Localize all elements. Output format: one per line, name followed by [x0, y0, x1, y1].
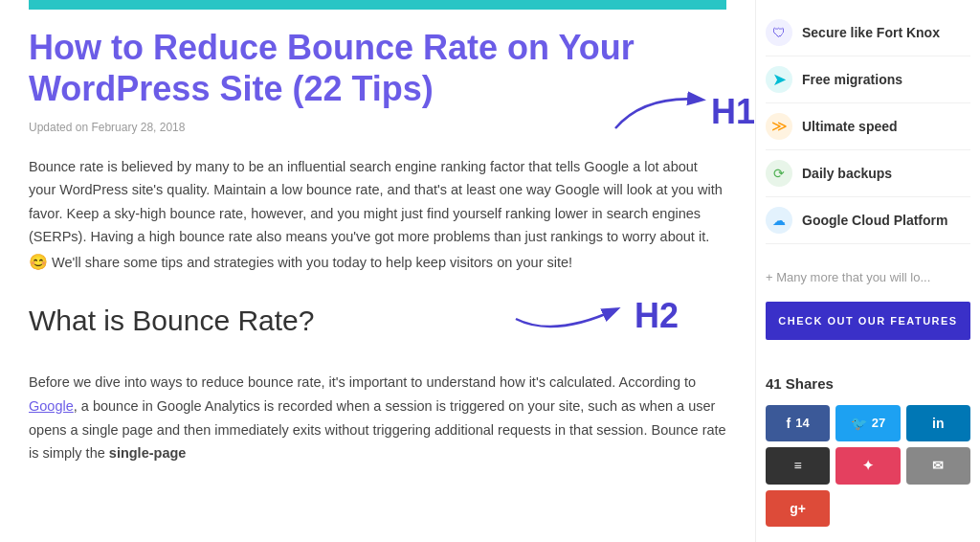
emoji-icon: 😊	[29, 254, 48, 270]
linkedin-icon: in	[932, 413, 944, 434]
more-features-text: + Many more that you will lo...	[766, 259, 970, 302]
feature-item-migrations: ➤ Free migrations	[766, 56, 970, 103]
facebook-button[interactable]: f 14	[766, 405, 830, 441]
shares-section: 41 Shares f 14 🐦 27 in ≡ ✦	[766, 363, 970, 527]
top-bar-accent	[29, 0, 726, 10]
gplus-button[interactable]: g+	[766, 490, 830, 527]
facebook-count: 14	[795, 414, 809, 434]
speed-icon: ≫	[766, 113, 792, 140]
feature-item-secure: 🛡 Secure like Fort Knox	[766, 10, 970, 56]
feature-item-speed: ≫ Ultimate speed	[766, 103, 970, 150]
h1-label: H1	[711, 84, 755, 140]
buffer-icon: ≡	[794, 455, 802, 476]
feature-label-secure: Secure like Fort Knox	[802, 22, 940, 43]
h2-section: What is Bounce Rate? H2	[29, 298, 726, 357]
twitter-button[interactable]: 🐦 27	[835, 405, 900, 441]
feature-item-cloud: ☁ Google Cloud Platform	[766, 197, 970, 244]
feature-label-migrations: Free migrations	[802, 69, 902, 90]
h2-arrow-icon	[506, 290, 631, 343]
migration-icon: ➤	[766, 66, 792, 93]
stumble-icon: ✦	[862, 455, 874, 476]
linkedin-button[interactable]: in	[906, 405, 970, 441]
facebook-icon: f	[787, 413, 791, 434]
cloud-icon: ☁	[766, 207, 792, 234]
social-grid: f 14 🐦 27 in ≡ ✦ ✉	[766, 405, 970, 527]
h1-annotation: H1	[606, 84, 755, 140]
h1-arrow-icon	[606, 85, 721, 138]
h2-label: H2	[635, 288, 679, 344]
feature-list: 🛡 Secure like Fort Knox ➤ Free migration…	[766, 0, 970, 259]
shares-title: 41 Shares	[766, 373, 970, 395]
email-button[interactable]: ✉	[906, 447, 970, 484]
twitter-count: 27	[872, 414, 885, 434]
twitter-icon: 🐦	[851, 413, 867, 434]
email-icon: ✉	[932, 455, 944, 476]
feature-label-cloud: Google Cloud Platform	[802, 210, 947, 231]
h2-annotation: H2	[506, 288, 679, 344]
feature-label-speed: Ultimate speed	[802, 116, 898, 137]
feature-item-backups: ⟳ Daily backups	[766, 150, 970, 197]
cta-button[interactable]: CHECK OUT OUR FEATURES	[766, 302, 970, 340]
main-content: How to Reduce Bounce Rate on Your WordPr…	[0, 0, 755, 542]
feature-label-backups: Daily backups	[802, 163, 892, 184]
sidebar: 🛡 Secure like Fort Knox ➤ Free migration…	[755, 0, 980, 542]
article-body-1: Bounce rate is believed by many to be an…	[29, 155, 726, 276]
shield-icon: 🛡	[766, 19, 792, 46]
stumble-button[interactable]: ✦	[835, 447, 900, 484]
google-link[interactable]: Google	[29, 398, 74, 414]
article-body-2: Before we dive into ways to reduce bounc…	[29, 371, 726, 465]
backup-icon: ⟳	[766, 160, 792, 187]
buffer-button[interactable]: ≡	[766, 447, 830, 484]
gplus-icon: g+	[790, 498, 806, 519]
